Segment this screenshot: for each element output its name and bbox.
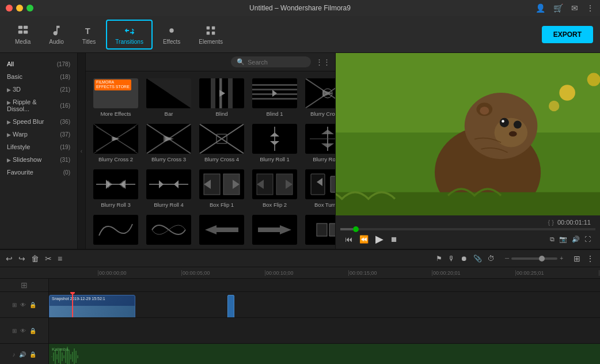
transition-box-flip1[interactable]: Box Flip 1 bbox=[196, 167, 247, 210]
category-3d[interactable]: ▶3D (21) bbox=[0, 83, 77, 96]
step-back-icon[interactable]: ⏪ bbox=[359, 235, 369, 244]
transition-label: Blurry Cross 2 bbox=[93, 156, 139, 162]
export-button[interactable]: EXPORT bbox=[542, 26, 593, 43]
settings-icon[interactable]: ⋮ bbox=[586, 3, 594, 13]
track-grid-icon[interactable]: ⊞ bbox=[12, 302, 17, 308]
category-speed-blur[interactable]: ▶Speed Blur (36) bbox=[0, 115, 77, 128]
audio-track-volume-icon[interactable]: 🔊 bbox=[19, 351, 26, 358]
chevron-left-icon: ‹ bbox=[81, 148, 82, 154]
transition-blurry-cross2[interactable]: Blurry Cross 2 bbox=[90, 122, 141, 165]
transition-row4-2[interactable] bbox=[143, 213, 194, 249]
close-button[interactable] bbox=[6, 5, 13, 12]
transition-blurry-roll2[interactable]: Blurry Roll 2 bbox=[302, 122, 335, 165]
svg-rect-18 bbox=[252, 89, 297, 90]
clip-icon[interactable]: 📎 bbox=[473, 255, 482, 263]
timer-icon[interactable]: ⏱ bbox=[488, 255, 495, 263]
category-ripple[interactable]: ▶Ripple & Dissol... (16) bbox=[0, 96, 77, 115]
volume-icon[interactable]: 🔊 bbox=[572, 236, 580, 243]
transition-row4-5[interactable] bbox=[302, 213, 335, 249]
stop-button[interactable]: ⏹ bbox=[390, 235, 398, 244]
category-warp[interactable]: ▶Warp (37) bbox=[0, 128, 77, 141]
fullscreen-icon[interactable]: ⛶ bbox=[584, 236, 591, 243]
transitions-tab[interactable]: Transitions bbox=[106, 20, 153, 50]
transition-row4-3[interactable] bbox=[196, 213, 247, 249]
category-lifestyle[interactable]: Lifestyle (19) bbox=[0, 141, 77, 153]
user-icon[interactable]: 👤 bbox=[536, 3, 545, 13]
search-icon: 🔍 bbox=[237, 58, 245, 66]
category-basic[interactable]: Basic (18) bbox=[0, 70, 77, 83]
mic-icon[interactable]: 🎙 bbox=[448, 255, 455, 263]
svg-point-5 bbox=[169, 28, 173, 32]
audio-track-icon[interactable]: ♪ bbox=[13, 351, 16, 358]
ruler-mark: 00:00:15;00 bbox=[348, 270, 432, 276]
ruler-mark: 00:00:25;01 bbox=[515, 270, 599, 276]
category-favourite[interactable]: Favourite (0) bbox=[0, 166, 77, 179]
cart-icon[interactable]: 🛒 bbox=[553, 3, 563, 13]
maximize-button[interactable] bbox=[26, 5, 33, 12]
titles-tab[interactable]: T Titles bbox=[74, 21, 104, 48]
track-lock-icon[interactable]: 🔒 bbox=[29, 302, 36, 308]
more-icon[interactable]: ⋮ bbox=[586, 254, 594, 263]
add-track-row: ⊞ bbox=[0, 279, 600, 292]
record-icon[interactable]: ⏺ bbox=[461, 255, 468, 263]
audio-track-area[interactable]: Kalimba bbox=[49, 344, 600, 364]
sidebar-toggle[interactable]: ‹ bbox=[78, 53, 86, 249]
playback-buttons: ⏮ ⏪ ▶ ⏹ bbox=[345, 233, 398, 245]
audio-tab[interactable]: Audio bbox=[41, 21, 72, 48]
transition-blurry-cross1[interactable]: Blurry Cross 1 bbox=[302, 76, 335, 119]
category-all[interactable]: All (178) bbox=[0, 58, 77, 70]
transition-row4-1[interactable] bbox=[90, 213, 141, 249]
cut-icon[interactable]: ✂ bbox=[45, 254, 52, 263]
search-box[interactable]: 🔍 bbox=[231, 56, 311, 67]
transitions-grid: FILMORAEFFECTS STORE More Effects Bar bbox=[86, 71, 335, 249]
category-slideshow[interactable]: ▶Slideshow (31) bbox=[0, 153, 77, 166]
redo-icon[interactable]: ↪ bbox=[18, 254, 25, 263]
effects-tab[interactable]: Effects bbox=[155, 21, 188, 48]
play-button[interactable]: ▶ bbox=[375, 233, 383, 245]
transition-row4-4[interactable] bbox=[249, 213, 300, 249]
transition-blurry-roll4[interactable]: Blurry Roll 4 bbox=[143, 167, 194, 210]
ruler-mark: 00:00:05;00 bbox=[181, 270, 265, 276]
transition-blurry-cross4[interactable]: Blurry Cross 4 bbox=[196, 122, 247, 165]
list-icon[interactable]: ≡ bbox=[58, 254, 62, 263]
audio-track-lock-icon[interactable]: 🔒 bbox=[29, 351, 36, 358]
track-eye-icon-2[interactable]: 👁 bbox=[20, 328, 26, 334]
skip-back-icon[interactable]: ⏮ bbox=[345, 235, 352, 244]
elements-tab[interactable]: Elements bbox=[191, 21, 231, 48]
track-grid-icon-2[interactable]: ⊞ bbox=[12, 328, 17, 334]
undo-icon[interactable]: ↩ bbox=[6, 254, 13, 263]
search-input[interactable] bbox=[248, 59, 305, 66]
svg-rect-13 bbox=[228, 78, 233, 108]
transition-label: Blurry Roll 4 bbox=[146, 202, 192, 208]
flag-icon[interactable]: ⚑ bbox=[436, 255, 442, 263]
delete-icon[interactable]: 🗑 bbox=[31, 254, 39, 263]
timeline-toolbar: ↩ ↪ 🗑 ✂ ≡ ⚑ 🎙 ⏺ 📎 ⏱ ─ + ⊞ ⋮ bbox=[0, 250, 600, 267]
svg-point-93 bbox=[500, 118, 509, 127]
transition-label: Blurry Cross 3 bbox=[146, 156, 192, 162]
video-track-area-1[interactable]: Snapshot 2019-12-29 15:52:1 bbox=[49, 292, 600, 317]
transition-blind1[interactable]: Blind 1 bbox=[249, 76, 300, 119]
track-lock-icon-2[interactable]: 🔒 bbox=[29, 328, 36, 334]
transition-blurry-cross3[interactable]: Blurry Cross 3 bbox=[143, 122, 194, 165]
notification-icon[interactable]: ✉ bbox=[571, 3, 578, 13]
track-eye-icon[interactable]: 👁 bbox=[20, 302, 26, 308]
transition-box-flip2[interactable]: Box Flip 2 bbox=[249, 167, 300, 210]
grid-view-icon[interactable]: ⋮⋮ bbox=[316, 58, 331, 66]
transition-blind[interactable]: Blind bbox=[196, 76, 247, 119]
svg-rect-3 bbox=[24, 31, 28, 34]
zoom-fit-icon[interactable]: ⊞ bbox=[574, 254, 580, 263]
transition-blurry-roll1[interactable]: Blurry Roll 1 bbox=[249, 122, 300, 165]
media-tab[interactable]: Media bbox=[7, 21, 39, 48]
svg-point-96 bbox=[509, 131, 517, 136]
transition-label: More Effects bbox=[93, 111, 139, 117]
snapshot-icon[interactable]: 📷 bbox=[559, 236, 567, 243]
transition-blurry-roll3[interactable]: Blurry Roll 3 bbox=[90, 167, 141, 210]
transition-box-turn1[interactable]: Box Turn 1 bbox=[302, 167, 335, 210]
transition-bar[interactable]: Bar bbox=[143, 76, 194, 119]
pip-icon[interactable]: ⧉ bbox=[550, 236, 555, 243]
transition-more-effects[interactable]: FILMORAEFFECTS STORE More Effects bbox=[90, 76, 141, 119]
add-video-track-icon[interactable]: ⊞ bbox=[21, 280, 28, 290]
minimize-button[interactable] bbox=[16, 5, 23, 12]
svg-rect-17 bbox=[252, 84, 297, 86]
video-track-area-2[interactable] bbox=[49, 318, 600, 343]
